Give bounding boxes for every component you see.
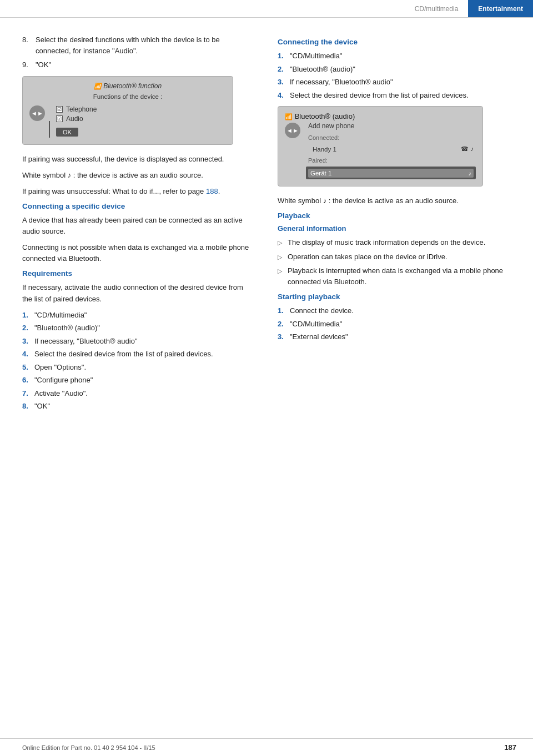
playback-heading: Playback [278,211,516,220]
right-white-symbol-para: White symbol ♪ : the device is active as… [278,195,516,206]
mockup-right-inner: ◄► Add new phone Connected: Handy 1 ☎ ♪ … [285,120,476,180]
para3-suffix: . [218,187,220,195]
mockup-title: 📶 Bluetooth® function [29,82,226,90]
left-para-3: If pairing was unsuccessful: What to do … [22,186,250,197]
left-para-2: White symbol ♪ : the device is active as… [22,170,250,181]
requirements-heading: Requirements [22,269,250,278]
para2-prefix: White symbol [22,171,66,179]
requirement-step-item: 1."CD/Multimedia" [22,310,250,321]
page-number: 187 [504,743,516,752]
right-para-white-prefix: White symbol [278,196,321,205]
starting-playback-steps-list: 1.Connect the device.2."CD/Multimedia"3.… [278,305,516,342]
connecting-device-step-item: 3.If necessary, "Bluetooth® audio" [278,77,516,88]
item-audio-label: Audio [66,115,83,123]
mockup-inner: ◄► ☑ Telephone ☑ Audio OK [29,105,226,139]
connecting-device-heading: Connecting the device [278,38,516,46]
connecting-specific-para1: A device that has already been paired ca… [22,215,250,237]
connecting-device-step-item: 2."Bluetooth® (audio)" [278,64,516,75]
step-9: 9. "OK" [22,59,250,70]
requirement-step-item: 6."Configure phone" [22,375,250,386]
handy1-icons: ☎ ♪ [461,145,474,153]
requirement-step-item: 4.Select the desired device from the lis… [22,349,250,360]
header-entertainment-label: Entertainment [468,0,533,17]
checkbox-telephone: ☑ [56,106,63,113]
page-link-188[interactable]: 188 [206,187,218,195]
requirement-step-item: 3.If necessary, "Bluetooth® audio" [22,336,250,347]
connecting-device-step-item: 4.Select the desired device from the lis… [278,90,516,101]
connecting-specific-heading: Connecting a specific device [22,202,250,210]
mockup-item-audio: ☑ Audio [56,115,226,123]
connected-label: Connected: [306,133,476,143]
mockup-item-telephone: ☑ Telephone [56,105,226,113]
para3-prefix: If pairing was unsuccessful: What to do … [22,187,206,195]
mockup-line [49,121,50,138]
step-8: 8. Select the desired functions with whi… [22,34,250,56]
requirement-step-item: 2."Bluetooth® (audio)" [22,322,250,334]
item-telephone-label: Telephone [66,105,97,113]
starting-playback-heading: Starting playback [278,293,516,301]
requirements-para: If necessary, activate the audio connect… [22,282,250,304]
bluetooth-audio-mockup: 📶 Bluetooth® (audio) ◄► Add new phone Co… [278,106,483,187]
right-para-white-middle: : the device is active as an audio sourc… [329,196,459,205]
step-8-text: Select the desired functions with which … [36,34,250,56]
para2-middle: : the device is active as an audio sourc… [73,171,203,179]
step-9-text: "OK" [36,59,250,70]
paired-label: Paired: [306,155,476,165]
starting-playback-step-item: 2."CD/Multimedia" [278,319,516,330]
mockup-nav-btn: ◄► [29,105,45,121]
mockup-right-nav-btn: ◄► [285,123,300,138]
gerat1-subitem: Gerät 1 ♪ [308,169,474,178]
music-note-icon: ♪ [68,171,73,179]
left-column: 8. Select the desired functions with whi… [0,34,266,417]
step-8-num: 8. [22,34,36,56]
general-info-heading: General information [278,224,516,233]
mockup-items: ☑ Telephone ☑ Audio OK [56,105,226,137]
left-para-1: If pairing was successful, the device is… [22,154,250,165]
handy1-subitem: Handy 1 ☎ ♪ [308,145,474,153]
starting-playback-step-item: 3."External devices" [278,331,516,342]
general-info-bullet-item: ▷Playback is interrupted when data is ex… [278,265,516,287]
right-column: Connecting the device 1."CD/Multimedia"2… [266,34,533,417]
page-header: CD/multimedia Entertainment [0,0,533,18]
mockup-ok-btn: OK [56,124,226,137]
connecting-device-steps-list: 1."CD/Multimedia"2."Bluetooth® (audio)"3… [278,51,516,100]
step-9-num: 9. [22,59,36,70]
header-cd-label: CD/multimedia [405,5,469,13]
footer-text: Online Edition for Part no. 01 40 2 954 … [22,744,155,751]
general-info-bullet-item: ▷The display of music track information … [278,237,516,248]
mockup-right-title: 📶 Bluetooth® (audio) [285,112,476,120]
gerat1-icons: ♪ [469,170,472,177]
gerat1-item: Gerät 1 ♪ [306,167,476,179]
mockup-right-items: Add new phone Connected: Handy 1 ☎ ♪ Pai… [306,120,476,180]
general-info-bullets-list: ▷The display of music track information … [278,237,516,287]
requirement-step-item: 8."OK" [22,401,250,412]
bluetooth-function-mockup: 📶 Bluetooth® function Functions of the d… [22,76,233,145]
mockup-subtitle: Functions of the device : [29,93,226,100]
requirements-steps-list: 1."CD/Multimedia"2."Bluetooth® (audio)"3… [22,310,250,412]
requirement-step-item: 7.Activate "Audio". [22,388,250,399]
page-footer: Online Edition for Part no. 01 40 2 954 … [0,738,533,756]
requirement-step-item: 5.Open "Options". [22,362,250,373]
starting-playback-step-item: 1.Connect the device. [278,305,516,316]
handy1-item: Handy 1 ☎ ♪ [306,144,476,154]
connecting-device-step-item: 1."CD/Multimedia" [278,51,516,62]
right-music-note-icon: ♪ [323,196,329,205]
main-content: 8. Select the desired functions with whi… [0,18,533,417]
add-new-phone-item: Add new phone [306,120,476,132]
connecting-specific-para2: Connecting is not possible when data is … [22,242,250,264]
general-info-bullet-item: ▷Operation can takes place on the device… [278,251,516,263]
checkbox-audio: ☑ [56,115,63,122]
